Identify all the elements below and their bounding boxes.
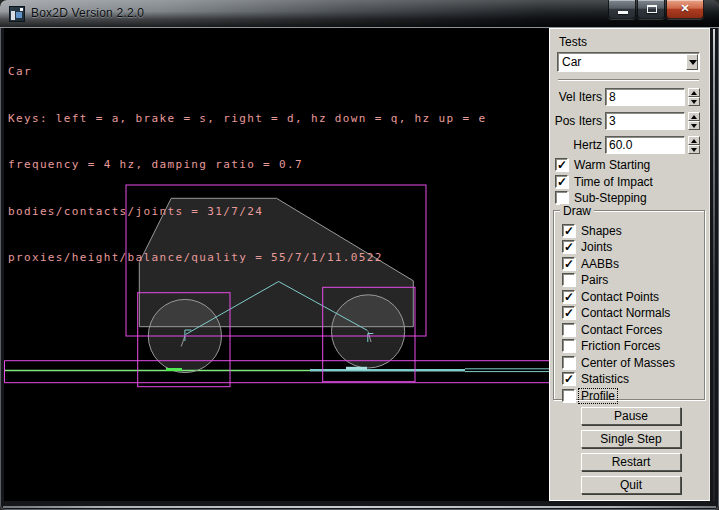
tests-dropdown-button[interactable] xyxy=(686,54,698,70)
checkbox-icon[interactable] xyxy=(555,191,568,204)
checkbox-icon[interactable] xyxy=(562,257,575,270)
checkbox-icon[interactable] xyxy=(562,290,575,303)
checkbox-icon[interactable] xyxy=(562,273,575,286)
minimize-button[interactable] xyxy=(608,0,636,19)
control-panel: Tests Car Vel Iters Pos Iters xyxy=(549,28,710,501)
restart-button[interactable]: Restart xyxy=(581,453,681,471)
checkbox-label: Time of Impact xyxy=(574,175,653,189)
spinner-up-button[interactable] xyxy=(688,112,700,121)
simulation-canvas[interactable]: Car Keys: left = a, brake = s, right = d… xyxy=(4,28,549,501)
caption-buttons: ✕ xyxy=(608,0,705,19)
checkbox-label: AABBs xyxy=(581,257,619,271)
arrow-up-icon xyxy=(691,115,697,119)
hertz-row: Hertz xyxy=(550,136,711,154)
checkbox-icon[interactable] xyxy=(555,158,568,171)
draw-group-box: Draw Shapes Joints AABBs Pairs Contact P… xyxy=(553,210,705,400)
checkbox-label: Contact Normals xyxy=(581,306,670,320)
window-frame-right xyxy=(713,29,715,501)
arrow-down-icon xyxy=(691,100,697,104)
pause-button[interactable]: Pause xyxy=(581,407,681,425)
window-frame-bottom xyxy=(3,506,716,508)
checkbox-label: Contact Forces xyxy=(581,323,662,337)
checkbox-label: Center of Masses xyxy=(581,356,675,370)
minimize-icon xyxy=(618,11,628,14)
stats-line-frequency: frequency = 4 hz, damping ratio = 0.7 xyxy=(8,157,486,173)
checkbox-label: Pairs xyxy=(581,273,608,287)
spinner-down-button[interactable] xyxy=(688,97,700,106)
draw-group-label: Draw xyxy=(560,204,594,218)
checkbox-label: Joints xyxy=(581,240,612,254)
rear-contact-point xyxy=(166,368,182,371)
debug-stats-text: Car Keys: left = a, brake = s, right = d… xyxy=(8,33,486,297)
close-button[interactable]: ✕ xyxy=(666,0,704,19)
tests-label: Tests xyxy=(559,35,587,49)
arrow-up-icon xyxy=(691,139,697,143)
checkbox-label: Shapes xyxy=(581,224,622,238)
tests-dropdown-value: Car xyxy=(562,55,581,69)
hertz-label: Hertz xyxy=(552,138,602,152)
checkbox-icon[interactable] xyxy=(562,224,575,237)
vel-iters-label: Vel Iters xyxy=(552,90,602,104)
arrow-down-icon xyxy=(691,124,697,128)
checkbox-icon[interactable] xyxy=(555,175,568,188)
close-icon: ✕ xyxy=(667,2,703,15)
tests-dropdown[interactable]: Car xyxy=(557,52,700,72)
hertz-input[interactable] xyxy=(605,136,685,154)
stats-line-test-name: Car xyxy=(8,64,486,80)
stats-line-proxies: proxies/height/balance/quality = 55/7/1/… xyxy=(8,250,486,266)
checkbox-icon[interactable] xyxy=(562,372,575,385)
checkbox-icon[interactable] xyxy=(562,389,575,402)
checkbox-icon[interactable] xyxy=(562,323,575,336)
arrow-down-icon xyxy=(691,148,697,152)
pos-iters-input[interactable] xyxy=(605,112,685,130)
maximize-button[interactable] xyxy=(637,0,665,19)
pos-iters-row: Pos Iters xyxy=(550,112,711,130)
pos-iters-label: Pos Iters xyxy=(552,114,602,128)
checkbox-icon[interactable] xyxy=(562,356,575,369)
hertz-spinner xyxy=(688,136,700,154)
checkbox-label: Profile xyxy=(579,389,617,403)
checkbox-label: Contact Points xyxy=(581,290,659,304)
vel-iters-spinner xyxy=(688,88,700,106)
title-bar[interactable]: Box2D Version 2.2.0 ✕ xyxy=(0,0,719,28)
app-window: Box2D Version 2.2.0 ✕ xyxy=(0,0,719,510)
vel-iters-input[interactable] xyxy=(605,88,685,106)
vel-iters-row: Vel Iters xyxy=(550,88,711,106)
checkbox-label: Friction Forces xyxy=(581,339,660,353)
checkbox-icon[interactable] xyxy=(562,339,575,352)
stats-line-bodies: bodies/contacts/joints = 31/7/24 xyxy=(8,204,486,220)
app-icon xyxy=(9,6,25,22)
checkbox-icon[interactable] xyxy=(562,240,575,253)
single-step-button[interactable]: Single Step xyxy=(581,430,681,448)
spinner-up-button[interactable] xyxy=(688,136,700,145)
quit-button[interactable]: Quit xyxy=(581,476,681,494)
checkbox-label: Sub-Stepping xyxy=(574,191,647,205)
spinner-up-button[interactable] xyxy=(688,88,700,97)
stats-line-keys: Keys: left = a, brake = s, right = d, hz… xyxy=(8,111,486,127)
chevron-down-icon xyxy=(689,60,697,65)
spinner-down-button[interactable] xyxy=(688,145,700,154)
separator xyxy=(558,79,699,81)
pos-iters-spinner xyxy=(688,112,700,130)
checkbox-label: Statistics xyxy=(581,372,629,386)
checkbox-label: Warm Starting xyxy=(574,158,650,172)
spinner-down-button[interactable] xyxy=(688,121,700,130)
checkbox-icon[interactable] xyxy=(562,306,575,319)
window-title: Box2D Version 2.2.0 xyxy=(31,6,144,20)
arrow-up-icon xyxy=(691,91,697,95)
front-contact-point xyxy=(346,367,367,370)
maximize-icon xyxy=(647,5,657,13)
